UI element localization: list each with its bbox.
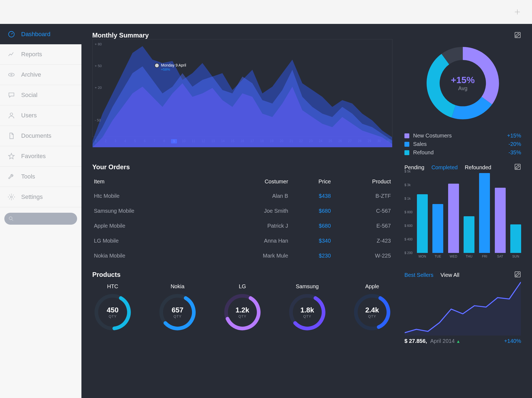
gauge-lg[interactable]: LG 1.2k QTY — [222, 283, 263, 333]
product-sparkline[interactable]: $ 27.856, April 2014 ▲ +140% — [404, 279, 521, 344]
bar-mon[interactable] — [417, 194, 428, 253]
gauge-icon — [8, 30, 15, 38]
svg-point-1 — [9, 73, 14, 76]
sidebar-item-label: Archive — [21, 71, 41, 78]
bar-thu[interactable] — [464, 216, 474, 253]
bar-sat[interactable] — [495, 188, 506, 253]
svg-point-11 — [157, 292, 198, 333]
bar-ytick: $ 5k — [404, 170, 411, 173]
cell-customer: Joe Smith — [212, 203, 290, 218]
edit-icon[interactable] — [514, 32, 521, 40]
bar-ytick: $ 1k — [404, 197, 411, 200]
area-ytick: + 20 — [95, 86, 102, 90]
bar-fri[interactable] — [479, 173, 490, 253]
table-row[interactable]: Htc MobileAlan B$438B-ZTF — [92, 189, 392, 203]
orders-col-price: Price — [290, 175, 332, 189]
legend-row: Refound-35% — [404, 149, 521, 156]
area-ytick: - 50 — [95, 118, 101, 122]
monthly-area-chart[interactable]: Monday 9 April +58% + 80+ 50+ 20- 50 123… — [92, 39, 392, 143]
orders-col-product: Product — [332, 175, 392, 189]
cell-product: B-ZTF — [332, 189, 392, 203]
products-filter-best-sellers[interactable]: Best Sellers — [404, 272, 433, 278]
bar-ytick: $ 3k — [404, 183, 411, 187]
sidebar-item-social[interactable]: Social — [0, 85, 81, 105]
sidebar-item-label: Documents — [21, 132, 51, 139]
weekly-bar-chart[interactable]: $ 5k$ 3k$ 1k$ 800$ 600$ 400$ 200 MONTUEW… — [404, 171, 521, 258]
products-title: Products — [92, 271, 121, 278]
legend-swatch-icon — [404, 133, 409, 138]
bar-ytick: $ 200 — [404, 251, 413, 255]
sidebar-item-label: Reports — [21, 51, 42, 58]
svg-point-15 — [287, 292, 328, 333]
orders-table: ItemCostumerPriceProduct Htc MobileAlan … — [92, 175, 392, 263]
cell-item: Samsung Mobile — [92, 203, 212, 218]
spark-amount: $ 27.856, — [404, 338, 427, 344]
legend-swatch-icon — [404, 142, 409, 147]
search-input[interactable] — [4, 213, 77, 225]
orders-col-costumer: Costumer — [212, 175, 290, 189]
sidebar-item-users[interactable]: Users — [0, 105, 81, 126]
edit-icon[interactable] — [514, 163, 521, 171]
sidebar-item-settings[interactable]: Settings — [0, 187, 81, 207]
orders-filters: PendingCompletedRefounded — [404, 164, 491, 171]
edit-icon[interactable] — [514, 271, 521, 279]
bar-wed[interactable] — [448, 184, 459, 253]
bar-sun[interactable] — [510, 224, 521, 253]
sidebar-item-label: Users — [21, 112, 37, 119]
legend-swatch-icon — [404, 150, 409, 155]
cell-item: Nokia Mobile — [92, 248, 212, 263]
bar-ytick: $ 400 — [404, 237, 413, 241]
sidebar-item-tools[interactable]: Tools — [0, 167, 81, 187]
sidebar-item-label: Settings — [21, 193, 43, 200]
titlebar — [0, 0, 532, 24]
sidebar-item-archive[interactable]: Archive — [0, 65, 81, 85]
eye-icon — [8, 71, 15, 79]
svg-point-2 — [11, 74, 12, 76]
cell-customer: Patrick J — [212, 218, 290, 233]
area-ytick: + 80 — [95, 42, 102, 46]
gauge-label: LG — [239, 283, 246, 290]
gauge-nokia[interactable]: Nokia 657 QTY — [157, 283, 198, 333]
sidebar-item-dashboard[interactable]: Dashboard — [0, 24, 81, 44]
products-filter-view-all[interactable]: View All — [441, 272, 460, 278]
cell-customer: Alan B — [212, 189, 290, 203]
gauge-label: Apple — [365, 283, 379, 290]
legend-value: +15% — [507, 133, 521, 139]
gauge-label: HTC — [107, 283, 118, 290]
avg-donut-chart: +15% Avg New Costumers+15%Sales-20%Refou… — [404, 40, 521, 156]
table-row[interactable]: Nokia MobileMark Mule$230W-225 — [92, 248, 392, 263]
orders-filter-completed[interactable]: Completed — [431, 164, 458, 171]
search-icon — [8, 216, 14, 222]
sidebar-item-favorites[interactable]: Favorites — [0, 146, 81, 167]
spark-month: April 2014 — [430, 338, 455, 344]
gauge-apple[interactable]: Apple 2.4k QTY — [352, 283, 392, 333]
legend-label: New Costumers — [413, 133, 503, 139]
table-row[interactable]: Samsung MobileJoe Smith$680C-567 — [92, 203, 392, 218]
orders-filter-refounded[interactable]: Refounded — [465, 164, 491, 171]
cell-product: E-567 — [332, 218, 392, 233]
bar-tue[interactable] — [432, 204, 443, 253]
table-row[interactable]: Apple MobilePatrick J$680E-567 — [92, 218, 392, 233]
sidebar-nav: DashboardReportsArchiveSocialUsersDocume… — [0, 24, 81, 207]
svg-point-17 — [352, 292, 392, 333]
monthly-summary-section: Monthly Summary Monday 9 April +58% + 80… — [92, 32, 521, 156]
bar-xtick: TUE — [432, 255, 443, 258]
cell-customer: Mark Mule — [212, 248, 290, 263]
gauge-samsung[interactable]: Samsung 1.8k QTY — [287, 283, 328, 333]
orders-section: Your Orders ItemCostumerPriceProduct Htc… — [92, 163, 521, 263]
main-content: Monthly Summary Monday 9 April +58% + 80… — [81, 24, 532, 398]
chart-line-icon — [8, 51, 15, 58]
cell-item: LG Mobile — [92, 233, 212, 248]
arrow-up-icon: ▲ — [456, 339, 461, 344]
svg-point-3 — [10, 113, 12, 115]
gauge-htc[interactable]: HTC 450 QTY — [92, 283, 133, 333]
sidebar-item-documents[interactable]: Documents — [0, 126, 81, 146]
donut-legend: New Costumers+15%Sales-20%Refound-35% — [404, 133, 521, 156]
bar-xtick: FRI — [479, 255, 490, 258]
new-tab-button[interactable] — [514, 8, 521, 16]
sidebar-item-reports[interactable]: Reports — [0, 44, 81, 65]
table-row[interactable]: LG MobileAnna Han$340Z-423 — [92, 233, 392, 248]
sidebar: DashboardReportsArchiveSocialUsersDocume… — [0, 24, 81, 398]
user-icon — [8, 112, 15, 119]
cell-price: $680 — [290, 218, 332, 233]
